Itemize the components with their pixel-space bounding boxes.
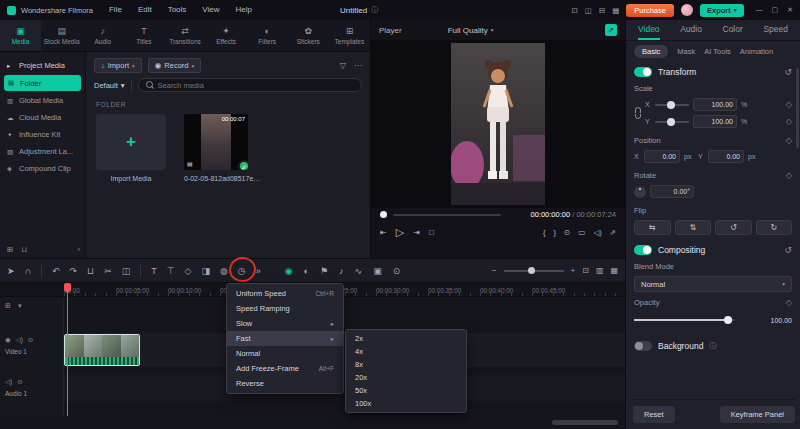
tab-audio[interactable]: ♪ Audio [82, 20, 123, 51]
menu-help[interactable]: Help [228, 0, 260, 20]
subtab-animation[interactable]: Animation [740, 47, 773, 56]
submenu-item-2x[interactable]: 2x [346, 332, 466, 345]
properties-scrollbar[interactable] [796, 68, 799, 148]
more-tools-icon[interactable]: » [256, 259, 261, 283]
timeline-video-clip[interactable] [64, 334, 140, 366]
rotate-cw-button[interactable]: ↻ [756, 220, 793, 235]
color-match-icon[interactable]: ◐ [304, 259, 309, 283]
preset-dropdown[interactable]: Default ▾ [94, 81, 125, 90]
menu-item-speed-ramping[interactable]: Speed Ramping [227, 301, 343, 316]
keyframe-icon[interactable]: ◇ [786, 117, 792, 126]
link-scale-icon[interactable] [634, 96, 642, 130]
user-avatar[interactable] [681, 4, 693, 16]
timeline-scrollbar[interactable] [552, 420, 618, 425]
opacity-slider[interactable] [634, 319, 734, 321]
blend-mode-dropdown[interactable]: Normal ▾ [634, 276, 792, 292]
import-media-tile[interactable]: + [96, 114, 166, 170]
track-mute-icon[interactable]: ◁) [16, 336, 23, 344]
tab-stock-media[interactable]: ▤ Stock Media [41, 20, 82, 51]
minimize-button[interactable]: — [756, 6, 763, 14]
sidebar-item-project-media[interactable]: ▸ Project Media [0, 57, 85, 74]
audio-mixer-icon[interactable]: ♪ [339, 259, 344, 283]
playhead-line[interactable] [67, 283, 68, 416]
layout-icon-1[interactable]: ⊡ [572, 6, 578, 15]
menu-item-uniform-speed[interactable]: Uniform Speed Ctrl+R [227, 286, 343, 301]
mark-in-icon[interactable]: { [543, 228, 546, 237]
media-clip-tile[interactable]: 00:00:07 ▤ ✓ [184, 114, 248, 170]
snap-toggle-icon[interactable]: ▦ [610, 266, 618, 275]
scale-x-slider[interactable] [655, 104, 689, 106]
transform-toggle[interactable] [634, 67, 652, 77]
select-tool-icon[interactable]: ➤ [7, 259, 15, 283]
tab-templates[interactable]: ⊞ Templates [329, 20, 370, 51]
menu-item-add-freeze-frame[interactable]: Add Freeze-Frame Alt+F [227, 361, 343, 376]
scale-y-value[interactable]: 100.00 [693, 115, 737, 128]
project-info-icon[interactable]: ⓘ [371, 5, 378, 15]
purchase-button[interactable]: Purchase [626, 4, 674, 17]
menu-file[interactable]: File [101, 0, 130, 20]
screen-record-icon[interactable]: ▣ [373, 259, 382, 283]
mask-tool-icon[interactable]: ◍ [220, 259, 228, 283]
tab-effects[interactable]: ✦ Effects [206, 20, 247, 51]
fullscreen-icon[interactable]: ⇗ [610, 228, 616, 237]
display-icon[interactable]: ▭ [578, 228, 585, 237]
tab-filters[interactable]: ◐ Filters [247, 20, 288, 51]
redo-icon[interactable]: ↷ [70, 259, 78, 283]
submenu-item-100x[interactable]: 100x [346, 397, 466, 410]
track-lock-icon[interactable]: ⊙ [28, 336, 33, 344]
track-options-icon[interactable]: ▥ [596, 266, 604, 275]
sidebar-item-influence-kit[interactable]: ✦ Influence Kit [0, 126, 85, 143]
close-button[interactable]: ✕ [787, 6, 793, 14]
tab-titles[interactable]: T Titles [123, 20, 164, 51]
volume-icon[interactable]: ◁) [593, 228, 601, 237]
import-button[interactable]: ↓ Import ▾ [94, 58, 142, 73]
voiceover-icon[interactable]: ∿ [355, 259, 363, 283]
zoom-knob[interactable] [528, 267, 535, 274]
subtab-mask[interactable]: Mask [677, 47, 695, 56]
sidebar-item-adjustment-layer[interactable]: ▧ Adjustment La... [0, 143, 85, 160]
next-frame-icon[interactable]: ⇥ [413, 228, 420, 237]
delete-icon[interactable]: ⊔ [87, 259, 94, 283]
layout-icon-4[interactable]: ▦ [612, 6, 619, 15]
marker-icon[interactable]: ⚑ [320, 259, 328, 283]
menu-tools[interactable]: Tools [160, 0, 195, 20]
record-button[interactable]: ◉ Record ▾ [148, 58, 202, 73]
snapshot-tool-icon[interactable]: ⊙ [393, 259, 401, 283]
fit-timeline-icon[interactable]: ⊡ [582, 266, 589, 275]
search-box[interactable] [138, 78, 362, 92]
tab-video[interactable]: Video [638, 24, 660, 40]
keyframe-icon[interactable]: ◇ [786, 100, 792, 109]
magnet-tool-icon[interactable]: ∩ [25, 259, 31, 283]
sidebar-item-folder[interactable]: ▤ Folder [4, 75, 81, 91]
delete-folder-icon[interactable]: ⊔ [21, 245, 27, 254]
tab-color[interactable]: Color [723, 24, 743, 40]
chroma-key-icon[interactable]: ◉ [285, 259, 293, 283]
menu-item-reverse[interactable]: Reverse [227, 376, 343, 391]
submenu-item-8x[interactable]: 8x [346, 358, 466, 371]
export-button[interactable]: Export ▾ [700, 4, 744, 17]
scale-x-value[interactable]: 100.00 [693, 98, 737, 111]
zoom-in-icon[interactable]: + [571, 266, 576, 275]
menu-item-slow[interactable]: Slow ▸ [227, 316, 343, 331]
scale-y-slider[interactable] [655, 121, 689, 123]
flip-vertical-button[interactable]: ⇅ [675, 220, 712, 235]
compositing-reset-icon[interactable]: ↺ [784, 245, 792, 255]
transform-reset-icon[interactable]: ↺ [784, 67, 792, 77]
position-y-value[interactable]: 0.00 [708, 150, 744, 163]
mark-out-icon[interactable]: } [554, 228, 557, 237]
maximize-button[interactable]: ▢ [772, 6, 779, 14]
sidebar-item-global-media[interactable]: ▥ Global Media [0, 92, 85, 109]
keyframe-icon[interactable]: ◇ [786, 298, 792, 307]
keyframe-icon[interactable]: ◇ [786, 136, 792, 145]
reset-button[interactable]: Reset [633, 406, 675, 423]
rotate-dial[interactable] [634, 186, 646, 198]
crop-tool-icon[interactable]: ◫ [122, 259, 131, 283]
tab-media[interactable]: ▣ Media [0, 20, 41, 51]
zoom-out-icon[interactable]: − [492, 266, 497, 275]
more-options-icon[interactable]: ⋯ [354, 61, 362, 70]
collapse-sidebar-icon[interactable]: ‹ [78, 245, 81, 254]
rotate-ccw-button[interactable]: ↺ [715, 220, 752, 235]
track-lock-icon[interactable]: ⊙ [17, 378, 22, 386]
track-menu-icon[interactable]: ▾ [18, 302, 22, 310]
position-x-value[interactable]: 0.00 [644, 150, 680, 163]
